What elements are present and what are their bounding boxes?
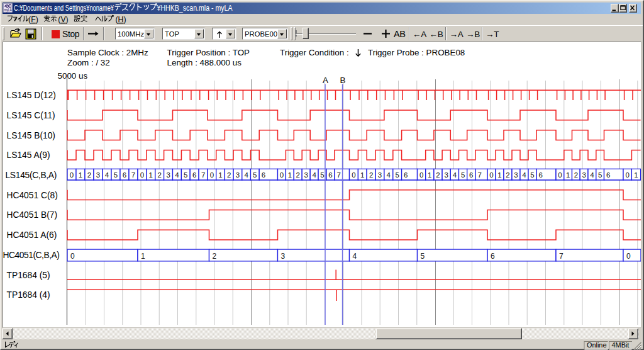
svg-text:0: 0 — [625, 171, 629, 179]
svg-text:myLA: myLA — [4, 8, 12, 13]
svg-text:Sample Clock : 2MHz: Sample Clock : 2MHz — [67, 48, 148, 57]
svg-text:3: 3 — [444, 171, 448, 179]
svg-text:4MBit: 4MBit — [612, 341, 630, 349]
svg-text:4: 4 — [105, 171, 109, 179]
svg-text:4: 4 — [453, 171, 457, 179]
svg-text:(V): (V) — [58, 15, 68, 24]
svg-text:2: 2 — [213, 252, 217, 261]
svg-text:2: 2 — [296, 171, 300, 179]
svg-text:B: B — [340, 76, 346, 85]
svg-text:6: 6 — [328, 171, 332, 179]
svg-text:A: A — [323, 76, 328, 85]
svg-text:LS145 A(9): LS145 A(9) — [7, 150, 50, 160]
svg-text:LS145 B(10): LS145 B(10) — [7, 131, 55, 140]
svg-text:3: 3 — [96, 171, 100, 179]
svg-text:1: 1 — [497, 171, 501, 179]
svg-text:3: 3 — [281, 252, 286, 261]
svg-text:HC4051 A(6): HC4051 A(6) — [7, 230, 57, 240]
svg-text:2: 2 — [574, 171, 578, 179]
svg-text:4: 4 — [387, 171, 391, 179]
svg-text:6: 6 — [123, 171, 126, 179]
svg-text:6: 6 — [539, 171, 543, 179]
svg-text:7: 7 — [336, 171, 340, 179]
svg-text:7: 7 — [131, 171, 135, 179]
svg-text:1: 1 — [79, 171, 82, 179]
svg-text:LS145 D(12): LS145 D(12) — [7, 91, 56, 100]
svg-text:6: 6 — [606, 171, 610, 179]
svg-text:3: 3 — [582, 171, 586, 179]
svg-text:1: 1 — [566, 171, 570, 179]
svg-text:0: 0 — [352, 171, 355, 179]
svg-text:(F): (F) — [28, 15, 38, 24]
svg-text:0: 0 — [489, 171, 493, 179]
svg-text:0: 0 — [419, 171, 423, 179]
svg-text:0: 0 — [626, 252, 631, 261]
svg-text:1: 1 — [149, 171, 153, 179]
svg-text:4: 4 — [353, 252, 357, 261]
svg-text:6: 6 — [262, 171, 265, 179]
svg-text:5: 5 — [253, 171, 257, 179]
svg-text:5: 5 — [184, 171, 187, 179]
svg-text:0: 0 — [70, 252, 75, 261]
svg-text:1: 1 — [360, 171, 364, 179]
svg-text:4: 4 — [175, 171, 179, 179]
svg-text:Zoom : / 32: Zoom : / 32 — [67, 58, 110, 67]
svg-text:Trigger Condition :: Trigger Condition : — [280, 48, 349, 57]
svg-text:¥HHKB_scan.mla - myLA: ¥HHKB_scan.mla - myLA — [157, 4, 233, 13]
svg-text:3: 3 — [304, 171, 308, 179]
svg-text:3: 3 — [378, 171, 382, 179]
svg-text:6: 6 — [491, 252, 495, 261]
svg-text:1: 1 — [428, 171, 431, 179]
svg-text:7: 7 — [477, 171, 481, 179]
svg-text:1: 1 — [288, 171, 292, 179]
svg-text:4: 4 — [522, 171, 526, 179]
svg-text:(H): (H) — [116, 15, 126, 24]
svg-text:0: 0 — [70, 171, 74, 179]
svg-text:2: 2 — [227, 171, 231, 179]
svg-text:3: 3 — [514, 171, 518, 179]
svg-text:1: 1 — [218, 171, 222, 179]
svg-text:LS145 C(11): LS145 C(11) — [7, 111, 55, 120]
svg-text:7: 7 — [201, 171, 205, 179]
svg-text:5: 5 — [461, 171, 465, 179]
svg-text:Length : 488.000 us: Length : 488.000 us — [167, 58, 242, 67]
svg-text:2: 2 — [436, 171, 440, 179]
svg-text:HC4051 B(7): HC4051 B(7) — [7, 210, 58, 220]
svg-text:2: 2 — [87, 171, 91, 179]
svg-text:6: 6 — [192, 171, 196, 179]
svg-text:3: 3 — [236, 171, 240, 179]
svg-text:C:¥Documents and Settings¥nona: C:¥Documents and Settings¥noname¥ — [14, 4, 114, 13]
svg-text:TP1684 (5): TP1684 (5) — [7, 271, 50, 280]
svg-text:Trigger Position : TOP: Trigger Position : TOP — [167, 48, 250, 57]
svg-text:5: 5 — [598, 171, 602, 179]
svg-text:0: 0 — [280, 171, 284, 179]
svg-text:5: 5 — [395, 171, 399, 179]
svg-text:4: 4 — [244, 171, 248, 179]
svg-text:6: 6 — [469, 171, 473, 179]
svg-text:3: 3 — [166, 171, 170, 179]
svg-text:TP1684 (4): TP1684 (4) — [7, 290, 50, 300]
svg-text:0: 0 — [558, 171, 562, 179]
svg-text:5: 5 — [421, 252, 425, 261]
svg-text:4: 4 — [590, 171, 594, 179]
svg-text:2: 2 — [369, 171, 373, 179]
svg-text:Online: Online — [587, 341, 606, 349]
svg-text:2: 2 — [157, 171, 161, 179]
svg-text:7: 7 — [559, 252, 564, 261]
svg-text:4: 4 — [312, 171, 316, 179]
svg-text:0: 0 — [210, 171, 214, 179]
svg-text:HC4051(C,B,A): HC4051(C,B,A) — [3, 251, 60, 260]
svg-text:1: 1 — [634, 171, 638, 179]
svg-text:LS145(C,B,A): LS145(C,B,A) — [6, 171, 57, 180]
svg-text:5: 5 — [114, 171, 118, 179]
svg-text:6: 6 — [404, 171, 408, 179]
svg-text:0: 0 — [140, 171, 144, 179]
svg-text:5: 5 — [530, 171, 534, 179]
svg-text:HC4051 C(8): HC4051 C(8) — [7, 191, 58, 200]
svg-text:Trigger Probe : PROBE08: Trigger Probe : PROBE08 — [368, 48, 465, 57]
svg-text:2: 2 — [506, 171, 509, 179]
svg-text:5: 5 — [320, 171, 324, 179]
svg-text:1: 1 — [141, 252, 145, 261]
svg-text:5000 us: 5000 us — [58, 71, 88, 81]
